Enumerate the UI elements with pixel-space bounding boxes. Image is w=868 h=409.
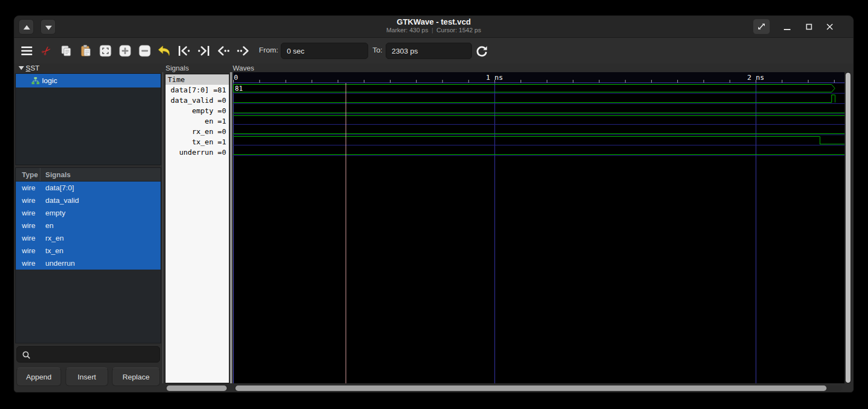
- wave-display[interactable]: 01 ns2 ns81: [233, 72, 845, 383]
- go-to-start-button[interactable]: [174, 41, 194, 61]
- zoom-out-icon: [139, 45, 151, 57]
- hierarchy-icon: [31, 77, 40, 85]
- titlebar: GTKWave - test.vcd Marker: 430 ps|Cursor…: [14, 16, 853, 38]
- signal-table: Type Signals wiredata[7:0]wiredata_valid…: [15, 167, 161, 343]
- cell-signal-name: data_valid: [40, 196, 79, 204]
- signal-list-item[interactable]: tx_en =1: [166, 137, 229, 147]
- bus-trace-data[7:0][interactable]: [234, 85, 835, 92]
- from-input[interactable]: [281, 43, 368, 59]
- reload-button[interactable]: [472, 41, 492, 61]
- column-header-type[interactable]: Type: [16, 168, 40, 181]
- marker-status: Marker: 430 ps: [386, 27, 428, 33]
- cell-type: wire: [16, 221, 40, 230]
- toolbar: ✂: [14, 38, 853, 63]
- cell-type: wire: [16, 196, 40, 204]
- signal-list-item[interactable]: rx_en =0: [166, 126, 229, 137]
- cell-signal-name: underrun: [40, 259, 75, 267]
- cell-signal-name: en: [40, 221, 54, 230]
- signal-table-header: Type Signals: [16, 168, 161, 182]
- search-icon: [22, 350, 31, 360]
- signal-search: [16, 346, 160, 363]
- signals-panel-label: Signals: [166, 64, 189, 72]
- table-row[interactable]: wiredata[7:0]: [16, 182, 161, 194]
- from-label: From:: [259, 46, 278, 54]
- pane-splitter-right[interactable]: [230, 72, 232, 383]
- signal-list-item[interactable]: data_valid =0: [166, 95, 229, 106]
- waves-hscrollbar[interactable]: [234, 385, 842, 391]
- skip-to-start-icon: [177, 44, 191, 57]
- menu-button[interactable]: [17, 41, 37, 61]
- reload-icon: [475, 44, 488, 57]
- maximize-button[interactable]: [803, 21, 815, 33]
- shift-left-button[interactable]: [214, 41, 233, 61]
- shift-right-button[interactable]: [233, 41, 253, 61]
- minimize-icon: [784, 29, 790, 30]
- cut-button[interactable]: ✂: [37, 41, 56, 61]
- gtkwave-window: GTKWave - test.vcd Marker: 430 ps|Cursor…: [14, 15, 854, 393]
- status-line: Marker: 430 ps|Cursor: 1542 ps: [14, 27, 853, 33]
- table-row[interactable]: wireen: [16, 219, 161, 232]
- signal-list-item[interactable]: underrun =0: [166, 147, 229, 157]
- undo-button[interactable]: [155, 41, 174, 61]
- pane-splitter-left[interactable]: [162, 72, 163, 383]
- copy-icon: [60, 44, 73, 57]
- tree-item-label: logic: [42, 77, 57, 85]
- expander-triangle-icon: [19, 66, 24, 70]
- zoom-fit-icon: [99, 45, 111, 57]
- zoom-fit-button[interactable]: [96, 41, 115, 61]
- arrow-left-dots-icon: [216, 44, 231, 57]
- sst-tree: logic: [15, 73, 161, 165]
- insert-button[interactable]: Insert: [66, 367, 108, 386]
- table-row[interactable]: wiredata_valid: [16, 194, 161, 207]
- zoom-in-icon: [119, 45, 131, 57]
- close-button[interactable]: [824, 21, 836, 33]
- cell-type: wire: [16, 184, 40, 192]
- table-row[interactable]: wiretx_en: [16, 244, 161, 257]
- signals-hscrollbar[interactable]: [166, 385, 228, 391]
- cursor-status: Cursor: 1542 ps: [436, 27, 481, 33]
- tree-item-logic[interactable]: logic: [16, 74, 161, 87]
- copy-button[interactable]: [56, 41, 76, 61]
- go-to-end-button[interactable]: [194, 41, 214, 61]
- zoom-out-button[interactable]: [135, 41, 155, 61]
- scissors-icon: ✂: [38, 43, 54, 59]
- sst-label: S: [26, 64, 31, 72]
- append-button[interactable]: Append: [16, 367, 61, 386]
- table-row[interactable]: wireunderrun: [16, 257, 161, 270]
- fullscreen-button[interactable]: [753, 19, 770, 34]
- waves-panel-label: Waves: [233, 64, 254, 72]
- minimize-button[interactable]: [781, 21, 793, 33]
- signals-panel: Time data[7:0] =81data_valid =0empty =0e…: [165, 74, 229, 383]
- search-input[interactable]: [33, 347, 156, 361]
- sst-expander[interactable]: SST: [19, 64, 39, 72]
- replace-button[interactable]: Replace: [112, 367, 160, 386]
- signal-list-item[interactable]: empty =0: [166, 106, 229, 116]
- cell-signal-name: empty: [40, 209, 66, 217]
- window-title: GTKWave - test.vcd: [14, 17, 853, 26]
- status-divider: |: [428, 27, 436, 33]
- hamburger-icon: [21, 46, 33, 56]
- cell-type: wire: [16, 247, 40, 255]
- time-header[interactable]: Time: [166, 74, 229, 85]
- close-icon: [827, 24, 832, 30]
- bus-value-label: 81: [235, 85, 243, 92]
- arrow-right-dots-icon: [236, 44, 250, 57]
- waves-vscrollbar[interactable]: [845, 72, 851, 383]
- to-input[interactable]: [386, 43, 472, 59]
- cell-signal-name: rx_en: [40, 234, 64, 242]
- clipboard-icon: [79, 44, 92, 57]
- skip-to-end-icon: [197, 44, 211, 57]
- zoom-in-button[interactable]: [115, 41, 135, 61]
- table-row[interactable]: wirerx_en: [16, 232, 161, 244]
- cell-type: wire: [16, 209, 40, 217]
- maximize-icon: [807, 25, 812, 30]
- signal-list-item[interactable]: data[7:0] =81: [166, 85, 229, 95]
- cell-type: wire: [16, 234, 40, 242]
- ruler-major-label: 2 ns: [747, 73, 764, 81]
- signal-list-item[interactable]: en =1: [166, 116, 229, 126]
- cell-type: wire: [16, 259, 40, 267]
- column-header-signals[interactable]: Signals: [40, 171, 70, 179]
- table-row[interactable]: wireempty: [16, 207, 161, 219]
- paste-button[interactable]: [76, 41, 96, 61]
- ruler-zero-label: 0: [234, 73, 238, 81]
